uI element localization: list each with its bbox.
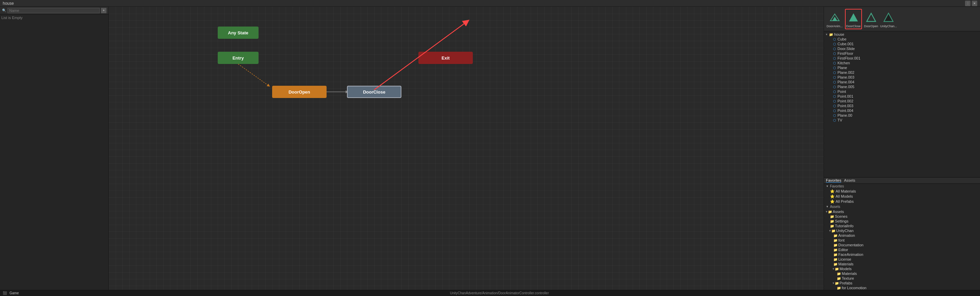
left-panel-toolbar: 🔍 +	[0, 7, 108, 14]
hierarchy-item[interactable]: ⬡Point.002	[824, 99, 980, 103]
state-exit[interactable]: Exit	[418, 52, 473, 64]
svg-marker-4	[832, 17, 837, 21]
status-path: UnityChanAdventure/Animation/DoorAnimato…	[21, 291, 977, 295]
hierarchy-items: ▼📁house ⬡Cube ⬡Cube.001 ⬡Door.Slide ⬡Fir…	[824, 32, 980, 123]
fav-label-unitychan: UnityChan...	[880, 24, 897, 28]
favorites-item[interactable]: ⭐ All Materials	[824, 189, 980, 194]
state-entry-label: Entry	[232, 56, 243, 60]
status-left: ⬛	[3, 291, 7, 295]
state-door-open[interactable]: DoorOpen	[272, 86, 326, 98]
fav-icon-dooranim	[828, 10, 842, 24]
assets-items: Favorites⭐ All Materials⭐ All Models⭐ Al…	[824, 184, 980, 290]
assets-header: Favorites Assets	[824, 178, 980, 184]
assets-tree-section: Assets▼📁Assets 📁Scenes 📁Settings 📁Tutori…	[824, 204, 980, 290]
assets-section-header[interactable]: Assets	[824, 204, 980, 209]
svg-marker-6	[867, 13, 876, 21]
main-area: 🔍 + List is Empty Any	[0, 7, 980, 290]
fav-icon-unitychan	[882, 10, 895, 24]
asset-item[interactable]: 📁FaceAnimation	[824, 252, 980, 257]
search-input[interactable]	[8, 8, 100, 13]
state-dooropen-label: DoorOpen	[288, 89, 310, 95]
hierarchy-panel: ▼📁house ⬡Cube ⬡Cube.001 ⬡Door.Slide ⬡Fir…	[824, 31, 980, 178]
hierarchy-item[interactable]: ⬡Plane.00	[824, 113, 980, 118]
asset-item[interactable]: 📁License	[824, 257, 980, 262]
favorites-item[interactable]: ⭐ All Models	[824, 194, 980, 199]
fav-item-dooropen[interactable]: DoorOpen	[864, 10, 878, 28]
assets-tab[interactable]: Assets	[844, 178, 855, 183]
hierarchy-item[interactable]: ⬡Point.004	[824, 108, 980, 113]
fav-item-unitychan[interactable]: UnityChan...	[880, 10, 897, 28]
hierarchy-item[interactable]: ⬡Plane.003	[824, 75, 980, 80]
favorites-section: Favorites⭐ All Materials⭐ All Models⭐ Al…	[824, 184, 980, 204]
fav-label-doorclose: DoorClose	[846, 24, 861, 28]
dots-icon[interactable]: ⋮	[965, 1, 970, 6]
asset-item[interactable]: ▼📁Prefabs	[824, 281, 980, 285]
hierarchy-item[interactable]: ⬡Plane.004	[824, 80, 980, 84]
asset-item[interactable]: 📁TutorialInfo	[824, 224, 980, 228]
asset-item[interactable]: 📁Materials	[824, 271, 980, 276]
connections-svg	[109, 7, 824, 290]
asset-item[interactable]: ▼📁Assets	[824, 209, 980, 214]
hierarchy-item[interactable]: ⬡Cube.001	[824, 41, 980, 46]
hierarchy-item[interactable]: ⬡Point	[824, 89, 980, 94]
hierarchy-item[interactable]: ⬡Plane.002	[824, 70, 980, 75]
animator-canvas[interactable]: Any State Entry Exit DoorOpen DoorClose	[109, 7, 824, 290]
asset-item[interactable]: 📁for Locomotion	[824, 285, 980, 290]
hierarchy-item[interactable]: ⬡Plane.005	[824, 84, 980, 89]
hierarchy-item[interactable]: ⬡Cube	[824, 37, 980, 41]
hierarchy-item[interactable]: ▼📁house	[824, 32, 980, 37]
fav-icon-doorclose	[846, 10, 860, 24]
add-button[interactable]: +	[101, 8, 107, 13]
fav-icon-dooropen	[864, 10, 878, 24]
top-bar-controls: ⋮ ✕	[965, 1, 977, 6]
favorites-item[interactable]: ⭐ All Prefabs	[824, 199, 980, 204]
red-arrow-overlay	[109, 7, 824, 290]
left-panel: 🔍 + List is Empty	[0, 7, 109, 290]
close-icon[interactable]: ✕	[972, 1, 977, 6]
search-icon: 🔍	[2, 8, 6, 12]
state-any-state[interactable]: Any State	[218, 27, 259, 39]
svg-marker-8	[884, 13, 893, 21]
favorites-header[interactable]: Favorites	[824, 184, 980, 189]
hierarchy-item[interactable]: ⬡Point.003	[824, 103, 980, 108]
left-panel-content: List is Empty	[0, 14, 108, 290]
status-bar: ⬛ Game UnityChanAdventure/Animation/Door…	[0, 290, 980, 296]
asset-item[interactable]: 📁Documentation	[824, 243, 980, 247]
empty-list-text: List is Empty	[2, 16, 22, 20]
favorites-icons: DoorAnim... DoorClose	[827, 9, 897, 29]
top-favorites-bar: DoorAnim... DoorClose	[824, 7, 980, 31]
hierarchy-item[interactable]: ⬡Plane	[824, 65, 980, 70]
top-bar: house ⋮ ✕	[0, 0, 980, 7]
top-bar-title: house	[3, 1, 14, 6]
asset-item[interactable]: 📁Scenes	[824, 214, 980, 219]
svg-line-0	[238, 64, 269, 86]
hierarchy-item[interactable]: ⬡TV	[824, 118, 980, 123]
state-any-label: Any State	[228, 30, 248, 35]
fav-label-dooranim: DoorAnim...	[827, 24, 843, 28]
hierarchy-item[interactable]: ⬡Kitchen	[824, 60, 980, 65]
asset-item[interactable]: 📁Settings	[824, 219, 980, 224]
fav-item-dooranim[interactable]: DoorAnim...	[827, 10, 843, 28]
favorites-tab[interactable]: Favorites	[826, 178, 841, 183]
asset-item[interactable]: ▼📁UnityChan	[824, 228, 980, 233]
status-game: Game	[10, 291, 19, 295]
asset-item[interactable]: 📁font	[824, 238, 980, 243]
assets-panel: Favorites Assets Favorites⭐ All Material…	[824, 178, 980, 290]
asset-item[interactable]: 📁Texture	[824, 276, 980, 281]
state-doorclose-label: DoorClose	[363, 89, 385, 95]
asset-item[interactable]: 📁Materials	[824, 262, 980, 266]
fav-label-dooropen: DoorOpen	[864, 24, 878, 28]
svg-marker-5	[849, 13, 858, 21]
asset-item[interactable]: 📁Animation	[824, 233, 980, 238]
right-panel: DoorAnim... DoorClose	[824, 7, 980, 290]
state-entry[interactable]: Entry	[218, 52, 259, 64]
fav-item-doorclose[interactable]: DoorClose	[845, 9, 862, 29]
hierarchy-item[interactable]: ⬡FirstFloor	[824, 51, 980, 56]
state-door-close[interactable]: DoorClose	[347, 86, 401, 98]
hierarchy-item[interactable]: ⬡Point.001	[824, 94, 980, 99]
asset-item[interactable]: 📁Editor	[824, 247, 980, 252]
hierarchy-item[interactable]: ⬡Door.Slide	[824, 46, 980, 51]
hierarchy-item[interactable]: ⬡FirstFloor.001	[824, 56, 980, 60]
state-exit-label: Exit	[442, 56, 450, 60]
asset-item[interactable]: ▼📁Models	[824, 266, 980, 271]
